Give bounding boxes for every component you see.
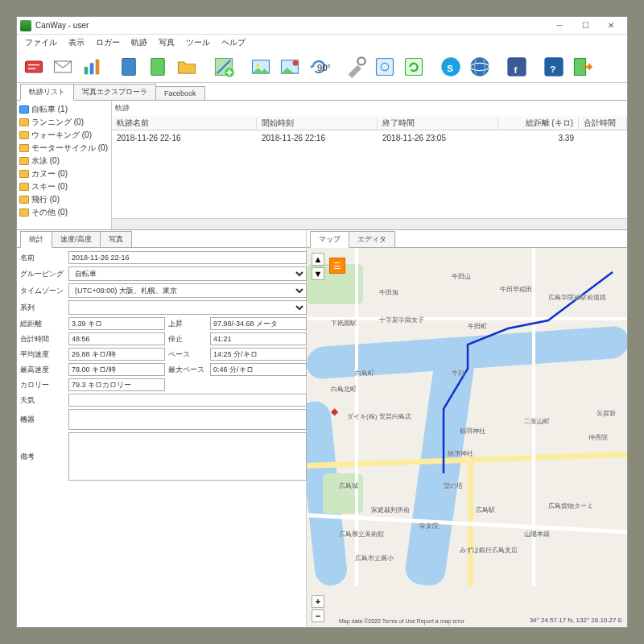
facebook-icon[interactable]: f (503, 53, 530, 80)
map-label: ダイキ(株) 安芸白島店 (347, 412, 411, 421)
book-blue-icon[interactable] (115, 53, 142, 80)
ascent-field[interactable] (210, 317, 307, 330)
pace-field[interactable] (210, 348, 307, 361)
menu-file[interactable]: ファイル (20, 35, 62, 50)
rotate-icon[interactable]: 90° (305, 53, 332, 80)
tab-editor[interactable]: エディタ (349, 231, 395, 247)
folder-open-icon[interactable] (173, 53, 200, 80)
tree-item[interactable]: ウォーキング (0) (19, 129, 109, 142)
track-list-pane: 軌跡 軌跡名前 開始時刻 終了時間 総距離 (キロ) 合計時間 2018-11-… (112, 101, 627, 229)
svg-point-14 (357, 57, 365, 64)
tab-tracklist[interactable]: 軌跡リスト (20, 84, 74, 101)
tree-item[interactable]: カヌー (0) (19, 167, 109, 180)
zoom-in-button[interactable]: + (312, 595, 324, 608)
tree-item[interactable]: スキー (0) (19, 180, 109, 193)
svg-point-20 (470, 57, 489, 76)
table-row[interactable]: 2018-11-26 22-16 2018-11-26 22:16 2018-1… (112, 130, 627, 145)
col-start[interactable]: 開始時刻 (257, 118, 378, 129)
map-label: 牛田 (452, 369, 464, 378)
app-icon (20, 20, 31, 31)
detail-tabs: 統計 速度/高度 写真 (17, 230, 306, 248)
tab-photos[interactable]: 写真 (100, 231, 132, 247)
tab-map[interactable]: マップ (310, 231, 349, 248)
cal-label: カロリー (20, 380, 65, 390)
refresh-green-icon[interactable] (400, 53, 427, 80)
maximize-button[interactable]: ☐ (572, 18, 598, 34)
map-nav-down-icon[interactable]: ▼ (312, 267, 324, 280)
weather-field[interactable] (68, 394, 307, 407)
maxpace-field[interactable] (210, 363, 307, 376)
series-select[interactable] (68, 300, 307, 315)
stop-field[interactable] (210, 332, 307, 345)
series-label: 系列 (20, 303, 65, 313)
tree-item[interactable]: ランニング (0) (19, 116, 109, 129)
maxspd-field[interactable] (68, 363, 165, 376)
tab-facebook[interactable]: Facebook (155, 86, 205, 100)
notes-field[interactable] (68, 432, 307, 481)
book-green-icon[interactable] (144, 53, 171, 80)
svg-rect-3 (90, 63, 94, 74)
exit-icon[interactable] (569, 53, 597, 80)
tools-icon[interactable] (342, 53, 369, 80)
settings-blue-icon[interactable] (371, 53, 398, 80)
tree-item[interactable]: 自転車 (1) (19, 103, 109, 116)
map-label: 広島学院前駅前道路 (548, 293, 606, 302)
tree-item[interactable]: 水泳 (0) (19, 155, 109, 167)
map-label: 饒津神社 (448, 449, 473, 458)
menu-photo[interactable]: 写真 (154, 35, 180, 50)
map-label: 矢賀新 (597, 409, 616, 418)
cal-field[interactable] (68, 378, 165, 391)
skype-icon[interactable]: S (437, 53, 464, 80)
help-icon[interactable]: ? (540, 53, 568, 80)
map-label: 牛田山 (452, 272, 471, 281)
map-add-icon[interactable] (210, 53, 237, 80)
category-tree[interactable]: 自転車 (1)ランニング (0)ウォーキング (0)モーターサイクル (0)水泳… (17, 101, 112, 229)
col-time[interactable]: 合計時間 (579, 118, 627, 129)
dist-field[interactable] (68, 317, 165, 330)
chart-icon[interactable] (78, 53, 105, 80)
dist-label: 総距離 (20, 319, 65, 329)
col-dist[interactable]: 総距離 (キロ) (498, 118, 579, 129)
maxpace-label: 最大ペース (168, 365, 207, 375)
svg-rect-2 (85, 67, 89, 74)
menu-track[interactable]: 軌跡 (126, 35, 152, 50)
group-select[interactable]: 自転車 (68, 266, 307, 281)
menu-view[interactable]: 表示 (64, 35, 89, 50)
tab-photo-explorer[interactable]: 写真エクスプローラ (73, 84, 156, 100)
avgspd-label: 平均速度 (20, 349, 65, 360)
menu-tool[interactable]: ツール (181, 35, 215, 50)
zoom-out-button[interactable]: − (312, 609, 324, 622)
tab-stats[interactable]: 統計 (20, 231, 52, 248)
map-label: 牛田町 (468, 322, 487, 331)
svg-rect-5 (122, 58, 135, 75)
menu-logger[interactable]: ロガー (91, 35, 125, 50)
map-label: みずほ銀行広島支店 (460, 546, 518, 555)
earth-icon[interactable] (466, 53, 493, 80)
map-layer-icon[interactable]: ☰ (329, 258, 345, 274)
col-name[interactable]: 軌跡名前 (112, 118, 257, 129)
time-field[interactable] (68, 332, 165, 345)
tz-select[interactable]: (UTC+09:00) 大阪、札幌、東京 (68, 283, 307, 298)
tab-speed-alt[interactable]: 速度/高度 (52, 231, 101, 247)
close-button[interactable]: ✕ (598, 18, 624, 34)
tree-item[interactable]: 飛行 (0) (19, 193, 109, 206)
avgspd-field[interactable] (68, 348, 165, 361)
gear-field[interactable] (68, 409, 307, 430)
menu-help[interactable]: ヘルプ (217, 35, 250, 50)
weather-label: 天気 (20, 395, 65, 406)
svg-text:S: S (447, 62, 453, 72)
name-field[interactable] (68, 251, 307, 264)
tz-label: タイムゾーン (20, 286, 65, 296)
tree-item[interactable]: モーターサイクル (0) (19, 142, 109, 155)
photo-icon[interactable] (247, 53, 275, 80)
minimize-button[interactable]: ─ (547, 18, 572, 34)
map-nav-up-icon[interactable]: ▲ (312, 253, 324, 266)
map-canvas[interactable]: ◆ ▲ ▼ ☰ + − 34° 24.57.17 N, 132° 28.10.2… (307, 248, 627, 627)
h-scrollbar[interactable] (112, 218, 627, 229)
connect-icon[interactable] (20, 53, 47, 80)
tree-item[interactable]: その他 (0) (19, 206, 109, 219)
mail-icon[interactable] (49, 53, 76, 80)
photo-pin-icon[interactable] (276, 53, 303, 80)
maxspd-label: 最高速度 (20, 365, 65, 375)
col-end[interactable]: 終了時間 (378, 118, 498, 129)
